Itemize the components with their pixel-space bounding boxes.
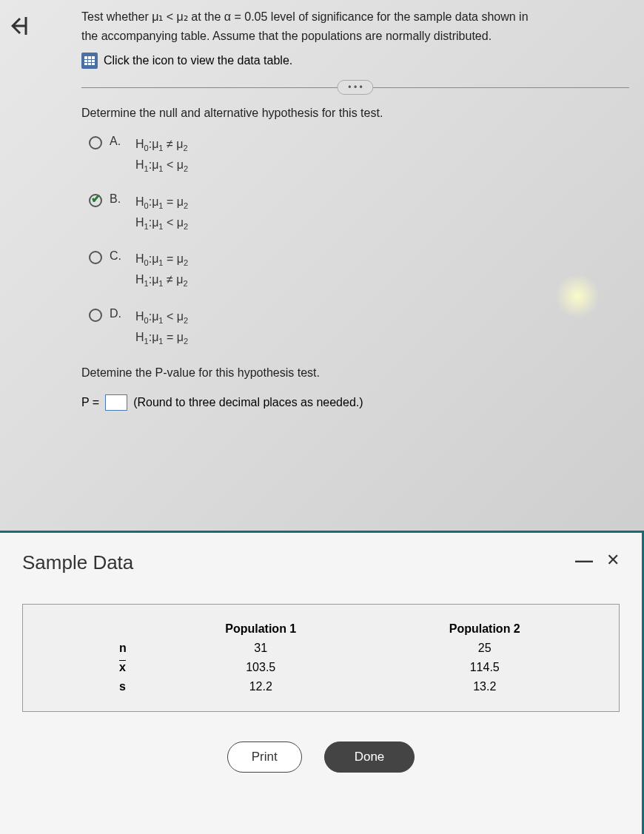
option-d[interactable]: D. H0:μ1 < μ2 H1:μ1 = μ2: [89, 307, 629, 349]
back-button[interactable]: [0, 0, 44, 418]
table-icon: [81, 53, 98, 69]
question-text: Test whether μ₁ < μ₂ at the α = 0.05 lev…: [81, 7, 629, 45]
data-table: Population 1 Population 2 n 31 25 x 103.…: [22, 604, 620, 712]
header-pop1: Population 1: [149, 619, 373, 639]
radio-d[interactable]: [89, 309, 102, 322]
table-row: n 31 25: [45, 639, 597, 658]
row-s-pop2: 13.2: [373, 677, 597, 696]
table-row: s 12.2 13.2: [45, 677, 597, 696]
radio-c[interactable]: [89, 251, 102, 264]
data-table-link-text: Click the icon to view the data table.: [104, 54, 292, 67]
option-d-content: H0:μ1 < μ2 H1:μ1 = μ2: [135, 307, 188, 349]
modal-title: Sample Data: [22, 551, 133, 574]
row-n-label: n: [45, 639, 149, 658]
row-xbar-label: x: [45, 658, 149, 677]
option-c-label: C.: [110, 249, 128, 263]
option-d-label: D.: [110, 307, 128, 320]
minimize-icon[interactable]: —: [575, 551, 593, 569]
table-header-row: Population 1 Population 2: [45, 619, 597, 639]
pvalue-input[interactable]: [105, 394, 127, 411]
pvalue-prompt: Detemine the P-value for this hypothesis…: [81, 366, 629, 380]
row-n-pop2: 25: [373, 639, 597, 658]
row-s-label: s: [45, 677, 149, 696]
pvalue-prefix: P =: [81, 396, 99, 409]
option-a-content: H0:μ1 ≠ μ2 H1:μ1 < μ2: [135, 135, 188, 176]
header-blank: [45, 619, 149, 639]
option-b-content: H0:μ1 = μ2 H1:μ1 < μ2: [135, 192, 188, 234]
data-table-link[interactable]: Click the icon to view the data table.: [81, 53, 629, 69]
expand-button[interactable]: • • •: [337, 80, 373, 95]
option-b[interactable]: B. H0:μ1 = μ2 H1:μ1 < μ2: [89, 192, 629, 234]
row-n-pop1: 31: [149, 639, 373, 658]
option-c-content: H0:μ1 = μ2 H1:μ1 ≠ μ2: [135, 249, 188, 291]
row-xbar-pop2: 114.5: [373, 658, 597, 677]
sub-question-text: Determine the null and alternative hypot…: [81, 107, 629, 120]
option-a-label: A.: [110, 135, 128, 148]
done-button[interactable]: Done: [324, 741, 415, 773]
option-a[interactable]: A. H0:μ1 ≠ μ2 H1:μ1 < μ2: [89, 135, 629, 176]
radio-b[interactable]: [89, 194, 102, 207]
header-pop2: Population 2: [373, 619, 597, 639]
pvalue-suffix: (Round to three decimal places as needed…: [133, 396, 363, 409]
option-c[interactable]: C. H0:μ1 = μ2 H1:μ1 ≠ μ2: [89, 249, 629, 291]
row-s-pop1: 12.2: [149, 677, 373, 696]
close-icon[interactable]: ✕: [606, 552, 620, 568]
option-b-label: B.: [110, 192, 128, 206]
row-xbar-pop1: 103.5: [149, 658, 373, 677]
radio-a[interactable]: [89, 136, 102, 149]
table-row: x 103.5 114.5: [45, 658, 597, 677]
sample-data-modal: Sample Data — ✕ Population 1 Population …: [0, 531, 644, 834]
print-button[interactable]: Print: [227, 741, 302, 773]
